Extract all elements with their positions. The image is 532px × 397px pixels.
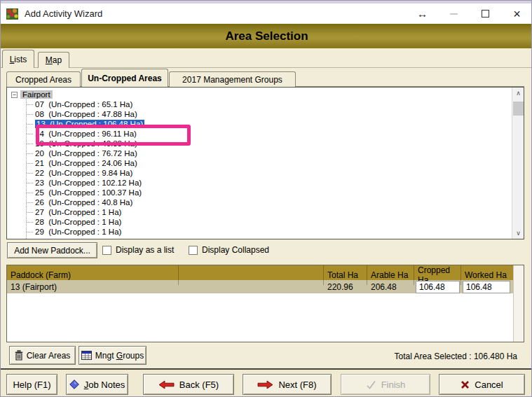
tab-lists[interactable]: Lists: [2, 50, 34, 68]
display-collapsed-label: Display Collapsed: [202, 245, 269, 255]
tab-uncropped-areas[interactable]: Un-Cropped Areas: [81, 69, 168, 87]
tree-item-25[interactable]: 25 (Un-Cropped : 100.37 Ha): [27, 188, 142, 197]
tree-item-20[interactable]: 20 (Un-Cropped : 76.72 Ha): [27, 148, 137, 158]
back-arrow-icon: [158, 380, 175, 389]
tree-root-fairport[interactable]: − Fairport: [11, 90, 53, 99]
tree-item-26[interactable]: 26 (Un-Cropped : 40.8 Ha): [27, 197, 132, 207]
tree-item-23[interactable]: 23 (Un-Cropped : 102.12 Ha): [27, 178, 142, 188]
finish-button: Finish: [341, 374, 430, 395]
tab-cropped-areas[interactable]: Cropped Areas: [6, 71, 81, 87]
table-header-row: Paddock (Farm) Total Ha Arable Ha Croppe…: [7, 265, 513, 280]
add-new-paddock-button[interactable]: Add New Paddock...: [7, 242, 97, 258]
cell-blank: [179, 280, 324, 293]
tree-item-30[interactable]: 30 (Un-Cropped : 1 Ha): [27, 237, 121, 239]
red-x-icon: [461, 380, 470, 389]
window-title: Add Activity Wizard: [25, 8, 102, 19]
cell-worked: [461, 280, 513, 293]
cell-total: 220.96: [324, 280, 367, 293]
total-area-selected: Total Area Selected : 106.480 Ha: [395, 351, 517, 361]
tab-map[interactable]: Map: [38, 52, 69, 68]
tree-item-21[interactable]: 21 (Un-Cropped : 24.06 Ha): [27, 158, 137, 168]
resize-icon[interactable]: ↔: [407, 4, 438, 24]
add-activity-wizard-window: Add Activity Wizard ↔ × Area Selection L…: [0, 0, 532, 397]
tree-item-08[interactable]: 08 (Un-Cropped : 47.88 Ha): [27, 109, 137, 119]
paddock-tree: − Fairport 07 (Un-Cropped : 65.1 Ha) 08 …: [7, 88, 512, 239]
page-title: Area Selection: [225, 29, 308, 43]
cell-paddock: 13 (Fairport): [7, 280, 179, 293]
tree-item-07[interactable]: 07 (Un-Cropped : 65.1 Ha): [27, 99, 132, 109]
next-button[interactable]: Next (F8): [243, 374, 332, 395]
cropped-ha-input[interactable]: [416, 281, 460, 293]
display-as-list-checkbox[interactable]: [102, 246, 111, 255]
bottom-button-bar: Help (F1) Job Notes Back (F5) Next (F8): [1, 370, 532, 396]
main-tab-bar: Lists Map: [1, 50, 532, 68]
worked-ha-input[interactable]: [463, 281, 510, 293]
job-notes-button[interactable]: Job Notes: [66, 374, 128, 395]
display-collapsed-checkbox[interactable]: [189, 246, 198, 255]
cell-cropped: [414, 280, 461, 293]
clear-areas-button[interactable]: Clear Areas: [9, 346, 76, 365]
page-title-banner: Area Selection: [1, 24, 532, 48]
tree-item-22[interactable]: 22 (Un-Cropped : 9.84 Ha): [27, 168, 132, 178]
minimize-icon: [450, 13, 458, 15]
spreadsheet-icon: [81, 351, 92, 360]
tree-item-28[interactable]: 28 (Un-Cropped : 1 Ha): [27, 217, 121, 227]
check-icon: [366, 380, 376, 389]
window-controls: ↔ ×: [407, 4, 532, 24]
scroll-up-icon[interactable]: ∧: [512, 88, 524, 99]
maximize-button[interactable]: [470, 4, 501, 24]
help-button[interactable]: Help (F1): [6, 374, 57, 395]
close-button[interactable]: ×: [501, 4, 532, 24]
table-scrollbar[interactable]: [513, 265, 524, 342]
tree-root-label: Fairport: [20, 90, 53, 99]
selected-areas-table-panel: Paddock (Farm) Total Ha Arable Ha Croppe…: [6, 265, 524, 342]
back-button[interactable]: Back (F5): [143, 374, 234, 395]
tree-children: 07 (Un-Cropped : 65.1 Ha) 08 (Un-Cropped…: [26, 99, 512, 239]
tree-item-27[interactable]: 27 (Un-Cropped : 1 Ha): [27, 207, 121, 217]
area-tab-bar: Cropped Areas Un-Cropped Areas 2017 Mana…: [1, 69, 532, 87]
trash-icon: [15, 350, 23, 361]
selected-areas-table: Paddock (Farm) Total Ha Arable Ha Croppe…: [7, 265, 513, 342]
scrollbar-thumb[interactable]: [513, 102, 524, 116]
next-arrow-icon: [257, 380, 273, 389]
paddock-tree-panel: − Fairport 07 (Un-Cropped : 65.1 Ha) 08 …: [6, 87, 524, 239]
main-tab-divider: [1, 67, 532, 68]
collapse-icon[interactable]: −: [11, 92, 18, 98]
mngt-groups-button[interactable]: Mngt Groups: [79, 346, 146, 365]
tree-item-19[interactable]: 19 (Un-Cropped : 40.38 Ha): [27, 139, 137, 148]
maximize-icon: [482, 10, 489, 18]
scroll-down-icon[interactable]: ∨: [512, 228, 524, 239]
tree-scrollbar[interactable]: ∧ ∨: [512, 88, 524, 239]
app-icon: [6, 8, 18, 20]
table-row[interactable]: 13 (Fairport) 220.96 206.48: [7, 280, 513, 294]
display-as-list-label: Display as a list: [116, 245, 174, 255]
cancel-button[interactable]: Cancel: [439, 374, 525, 395]
tab-management-groups[interactable]: 2017 Management Groups: [169, 71, 296, 87]
tree-item-29[interactable]: 29 (Un-Cropped : 1 Ha): [27, 227, 121, 237]
tree-item-13-selected[interactable]: 13 (Un-Cropped : 106.48 Ha): [27, 119, 144, 129]
diamond-icon: [69, 379, 79, 389]
tree-item-14[interactable]: 14 (Un-Cropped : 96.11 Ha): [27, 129, 137, 139]
minimize-button: [438, 4, 470, 24]
titlebar: Add Activity Wizard ↔ ×: [1, 4, 532, 24]
cell-arable: 206.48: [367, 280, 414, 293]
